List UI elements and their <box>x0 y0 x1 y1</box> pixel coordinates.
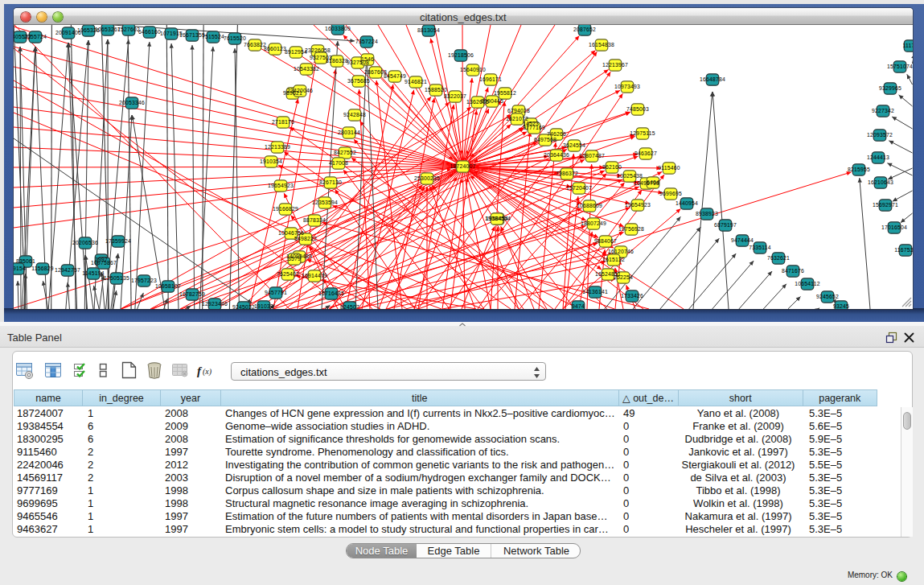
svg-text:1615132: 1615132 <box>602 257 625 262</box>
svg-text:16648784: 16648784 <box>700 76 725 82</box>
svg-text:10046766: 10046766 <box>278 230 304 236</box>
svg-text:15751074: 15751074 <box>887 64 913 69</box>
svg-text:1546: 1546 <box>361 56 374 62</box>
svg-text:252254: 252254 <box>614 274 633 280</box>
svg-text:11174: 11174 <box>903 43 913 48</box>
svg-text:8938923: 8938923 <box>696 211 718 216</box>
svg-text:19756928: 19756928 <box>618 226 644 232</box>
svg-text:824507: 824507 <box>340 304 359 310</box>
svg-text:16120746: 16120746 <box>608 249 634 254</box>
svg-text:18807249: 18807249 <box>581 220 606 226</box>
svg-text:7986372: 7986372 <box>556 171 578 176</box>
svg-text:1588520: 1588520 <box>425 87 447 93</box>
svg-text:9474: 9474 <box>572 303 585 309</box>
svg-text:417008: 417008 <box>329 160 348 166</box>
svg-text:3579: 3579 <box>288 256 301 262</box>
svg-text:10973493: 10973493 <box>614 84 640 89</box>
svg-text:15640910: 15640910 <box>460 67 486 72</box>
svg-text:20364436: 20364436 <box>544 152 569 158</box>
svg-text:12942757: 12942757 <box>55 267 80 273</box>
svg-text:8215955: 8215955 <box>848 167 870 172</box>
svg-text:9777169: 9777169 <box>523 125 545 130</box>
svg-text:1167533: 1167533 <box>894 247 913 253</box>
svg-text:19218506: 19218506 <box>448 52 474 58</box>
svg-text:15720407: 15720407 <box>566 185 592 191</box>
svg-text:12505135: 12505135 <box>104 275 129 281</box>
svg-text:8990445: 8990445 <box>481 98 503 104</box>
svg-text:5498222: 5498222 <box>294 236 317 241</box>
svg-text:17016504: 17016504 <box>881 225 907 230</box>
svg-text:19654923: 19654923 <box>268 183 294 188</box>
svg-text:10025438: 10025438 <box>617 173 643 179</box>
svg-text:16154838: 16154838 <box>589 42 614 47</box>
svg-text:9884067: 9884067 <box>594 238 617 244</box>
svg-text:3624554: 3624554 <box>563 142 585 148</box>
svg-text:12975115: 12975115 <box>630 130 655 136</box>
svg-text:10654112: 10654112 <box>795 281 819 286</box>
svg-text:10807487: 10807487 <box>579 153 605 159</box>
svg-text:1696171: 1696171 <box>479 76 502 82</box>
svg-text:1958454: 1958454 <box>486 216 508 221</box>
svg-text:(x): (x) <box>203 367 212 377</box>
svg-text:12353594: 12353594 <box>312 200 338 205</box>
svg-text:16782759: 16782759 <box>179 291 205 297</box>
svg-text:7335114: 7335114 <box>749 245 770 250</box>
svg-text:8322037: 8322037 <box>444 93 466 99</box>
svg-text:9115460: 9115460 <box>658 165 680 171</box>
svg-text:18724007: 18724007 <box>450 163 476 169</box>
svg-text:1244413: 1244413 <box>867 154 889 160</box>
svg-text:8267130: 8267130 <box>319 179 342 185</box>
svg-text:6497568: 6497568 <box>534 137 556 142</box>
svg-text:3675685: 3675685 <box>347 78 370 84</box>
svg-text:19654923: 19654923 <box>625 202 651 208</box>
svg-text:8813054: 8813054 <box>417 27 440 33</box>
svg-text:1156829: 1156829 <box>31 266 53 271</box>
svg-text:9245032: 9245032 <box>232 304 255 310</box>
svg-text:10975867: 10975867 <box>91 260 117 266</box>
svg-text:2087652: 2087652 <box>573 27 596 32</box>
svg-text:14136141: 14136141 <box>582 289 608 295</box>
svg-text:835061: 835061 <box>16 258 35 264</box>
svg-text:17359924: 17359924 <box>105 238 131 244</box>
svg-text:2718176: 2718176 <box>272 119 294 125</box>
svg-text:6466160: 6466160 <box>138 29 161 35</box>
svg-text:10688609: 10688609 <box>577 203 602 208</box>
svg-text:7357224: 7357224 <box>355 39 378 44</box>
svg-text:17957223: 17957223 <box>131 278 157 283</box>
svg-text:19166829: 19166829 <box>273 206 298 212</box>
svg-text:16033809: 16033809 <box>325 26 351 31</box>
svg-text:1910354: 1910354 <box>260 159 282 164</box>
svg-text:8471676: 8471676 <box>782 268 804 274</box>
svg-text:16210643: 16210643 <box>868 179 893 185</box>
svg-text:1145194: 1145194 <box>82 270 104 276</box>
svg-text:9457791: 9457791 <box>265 290 287 295</box>
svg-text:1440954: 1440954 <box>676 200 698 206</box>
svg-text:12213967: 12213967 <box>602 62 628 68</box>
svg-text:9227342: 9227342 <box>872 108 894 113</box>
svg-text:2803144: 2803144 <box>338 130 360 135</box>
svg-text:16914479: 16914479 <box>302 273 327 278</box>
svg-text:12213389: 12213389 <box>265 144 290 150</box>
svg-text:9474444: 9474444 <box>731 237 754 243</box>
svg-text:8186328: 8186328 <box>326 58 348 64</box>
svg-text:6404: 6404 <box>647 179 659 185</box>
svg-text:12093572: 12093572 <box>867 132 893 138</box>
svg-text:15716485: 15716485 <box>318 290 344 296</box>
svg-text:8427552: 8427552 <box>334 150 356 155</box>
svg-text:10543382: 10543382 <box>294 66 319 72</box>
svg-text:8878334: 8878334 <box>303 217 326 223</box>
svg-text:9245652: 9245652 <box>816 294 839 299</box>
svg-text:93245: 93245 <box>833 303 849 309</box>
svg-text:191033: 191033 <box>254 303 273 309</box>
svg-text:2055724: 2055724 <box>24 34 47 39</box>
svg-text:20206536: 20206536 <box>72 240 98 245</box>
svg-text:8454749: 8454749 <box>384 73 406 79</box>
svg-text:f: f <box>197 365 203 377</box>
svg-text:746266: 746266 <box>547 131 566 137</box>
svg-text:9242848: 9242848 <box>343 112 366 117</box>
svg-text:23420046: 23420046 <box>287 88 313 93</box>
svg-text:15692971: 15692971 <box>873 202 898 208</box>
svg-text:20053346: 20053346 <box>119 100 145 105</box>
svg-text:6794028: 6794028 <box>507 108 530 113</box>
svg-text:7485003: 7485003 <box>626 106 649 112</box>
